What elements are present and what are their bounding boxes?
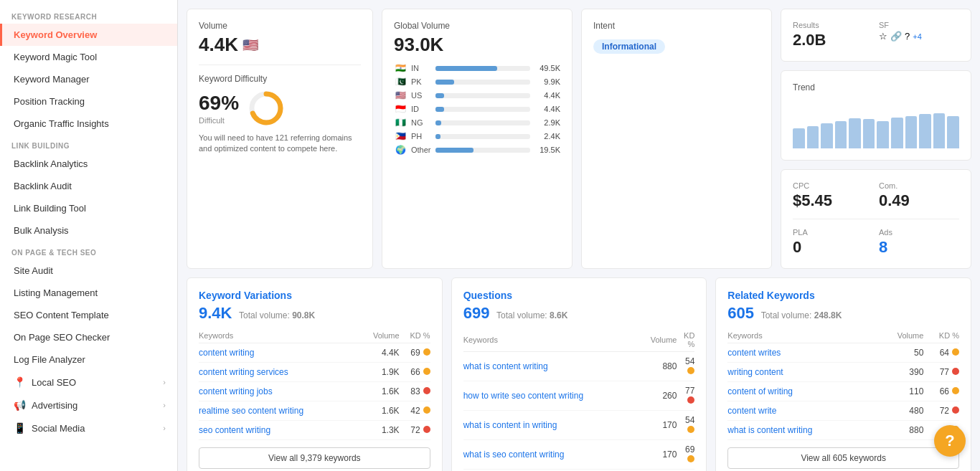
trend-bar-9 xyxy=(919,114,931,148)
pla-label: PLA xyxy=(793,228,873,237)
sidebar-item-seo-content-template[interactable]: SEO Content Template xyxy=(0,304,177,326)
sidebar-item-site-audit[interactable]: Site Audit xyxy=(0,260,177,282)
kv-total-label: Total volume: 90.8K xyxy=(239,310,315,320)
help-button[interactable]: ? xyxy=(934,425,966,457)
kw-volume: 1.9K xyxy=(359,363,399,382)
kd-dot xyxy=(687,367,694,374)
link-icon: 🔗 xyxy=(890,31,902,42)
kd-label: Keyword Difficulty xyxy=(199,74,361,84)
com-label: Com. xyxy=(879,181,959,190)
kw-kd: 77 xyxy=(923,363,959,382)
sidebar-section-link_building: LINK BUILDING xyxy=(0,135,177,153)
country-val-US: 4.4K xyxy=(534,91,560,100)
kw-link[interactable]: content writes xyxy=(727,348,781,358)
intent-card: Intent Informational xyxy=(581,9,772,269)
sidebar-item-bulk-analysis[interactable]: Bulk Analysis xyxy=(0,219,177,242)
sidebar-item-advertising[interactable]: 📢 Advertising › xyxy=(0,394,177,417)
trend-bar-0 xyxy=(793,128,805,148)
sidebar-item-listing-management[interactable]: Listing Management xyxy=(0,282,177,304)
advertising-icon: 📢 xyxy=(14,399,26,411)
global-volume-card: Global Volume 93.0K 🇮🇳 IN 49.5K 🇵🇰 PK 9.… xyxy=(382,9,573,269)
country-code-PH: PH xyxy=(411,132,431,141)
kd-note: You will need to have 121 referring doma… xyxy=(199,133,361,155)
country-row-NG: 🇳🇬 NG 2.9K xyxy=(394,118,560,128)
trend-bar-8 xyxy=(905,116,918,149)
table-row: writing content 390 77 xyxy=(727,363,959,382)
kv-title: Keyword Variations xyxy=(199,290,430,301)
gv-value: 93.0K xyxy=(394,34,560,56)
country-row-IN: 🇮🇳 IN 49.5K xyxy=(394,63,560,73)
kw-link[interactable]: what is seo content writing xyxy=(463,449,565,460)
q-col-volume: Volume xyxy=(651,328,677,352)
kw-link[interactable]: content of writing xyxy=(727,386,793,396)
kd-dot xyxy=(687,426,694,433)
kw-link[interactable]: what is content writing xyxy=(463,361,548,371)
kv-col-volume: Volume xyxy=(359,328,399,343)
rk-view-all[interactable]: View all 605 keywords xyxy=(727,447,959,469)
kd-dot xyxy=(423,368,430,375)
kw-volume: 1.6K xyxy=(359,382,399,401)
bar-wrap-ID xyxy=(435,107,530,112)
kw-kd: 54 xyxy=(677,411,694,440)
kw-link[interactable]: what is content in writing xyxy=(463,420,557,430)
sidebar-item-keyword-manager[interactable]: Keyword Manager xyxy=(0,68,177,90)
country-val-ID: 4.4K xyxy=(534,105,560,113)
flag-Other: 🌍 xyxy=(394,145,407,155)
kw-link[interactable]: content writing jobs xyxy=(199,386,273,396)
table-row: seo content writing 1.3K 72 xyxy=(199,421,430,440)
sf-label: SF xyxy=(879,21,959,29)
kw-link[interactable]: writing content xyxy=(727,367,783,377)
kd-dot xyxy=(423,348,430,356)
country-code-Other: Other xyxy=(411,146,431,154)
kw-kd: 42 xyxy=(400,401,430,421)
kw-volume: 390 xyxy=(877,363,924,382)
kw-link[interactable]: content writing xyxy=(199,348,254,358)
country-row-PH: 🇵🇭 PH 2.4K xyxy=(394,131,560,141)
country-row-ID: 🇮🇩 ID 4.4K xyxy=(394,104,560,114)
com-value: 0.49 xyxy=(879,191,959,210)
sidebar-item-backlink-analytics[interactable]: Backlink Analytics xyxy=(0,153,177,175)
kw-link[interactable]: how to write seo content writing xyxy=(463,391,583,401)
kw-kd: 66 xyxy=(400,363,430,382)
q-count: 699 xyxy=(463,304,490,322)
sidebar-item-on-page-seo-checker[interactable]: On Page SEO Checker xyxy=(0,326,177,348)
sidebar-label-advertising: Advertising xyxy=(32,400,77,411)
kw-link[interactable]: seo content writing xyxy=(199,425,270,435)
kv-view-all[interactable]: View all 9,379 keywords xyxy=(199,447,430,469)
sidebar-item-link-building-tool[interactable]: Link Building Tool xyxy=(0,197,177,219)
sidebar-item-keyword-magic-tool[interactable]: Keyword Magic Tool xyxy=(0,46,177,68)
kw-link[interactable]: what is content writing xyxy=(727,425,812,435)
kd-dot xyxy=(952,348,959,356)
related-keywords-card: Related Keywords 605 Total volume: 248.8… xyxy=(715,277,971,471)
kw-link[interactable]: realtime seo content writing xyxy=(199,406,303,416)
table-row: content writes 50 64 xyxy=(727,343,959,363)
rk-col-kd: KD % xyxy=(923,328,959,343)
country-val-PH: 2.4K xyxy=(534,132,560,141)
country-code-IN: IN xyxy=(411,64,431,72)
sidebar-item-log-file-analyzer[interactable]: Log File Analyzer xyxy=(0,348,177,371)
rk-table: Keywords Volume KD % content writes 50 6… xyxy=(727,328,959,440)
rk-col-volume: Volume xyxy=(877,328,924,343)
kw-kd: 72 xyxy=(400,421,430,440)
kd-difficulty-label: Difficult xyxy=(199,116,239,125)
sidebar-item-keyword-overview[interactable]: Keyword Overview xyxy=(0,24,177,46)
kw-link[interactable]: content writing services xyxy=(199,367,288,377)
sidebar-item-position-tracking[interactable]: Position Tracking xyxy=(0,90,177,113)
kw-volume: 170 xyxy=(651,440,677,470)
flag-PH: 🇵🇭 xyxy=(394,131,407,141)
table-row: content writing jobs 1.6K 83 xyxy=(199,382,430,401)
bar-PH xyxy=(435,134,440,139)
right-metrics: Results 2.0B SF ☆ 🔗 ? +4 Tren xyxy=(781,9,971,269)
kd-dot xyxy=(952,368,959,375)
kw-link[interactable]: content write xyxy=(727,406,776,416)
sidebar-item-local-seo[interactable]: 📍 Local SEO › xyxy=(0,371,177,394)
sidebar-item-social-media[interactable]: 📱 Social Media › xyxy=(0,417,177,439)
kw-kd: 54 xyxy=(677,352,694,381)
trend-bar-7 xyxy=(891,118,903,148)
bar-wrap-Other xyxy=(435,148,530,153)
volume-kd-card: Volume 4.4K 🇺🇸 Keyword Difficulty 69% Di… xyxy=(187,9,373,269)
sidebar-item-backlink-audit[interactable]: Backlink Audit xyxy=(0,175,177,197)
gv-label: Global Volume xyxy=(394,21,560,31)
sidebar-item-organic-traffic-insights[interactable]: Organic Traffic Insights xyxy=(0,113,177,135)
bar-wrap-PH xyxy=(435,134,530,139)
